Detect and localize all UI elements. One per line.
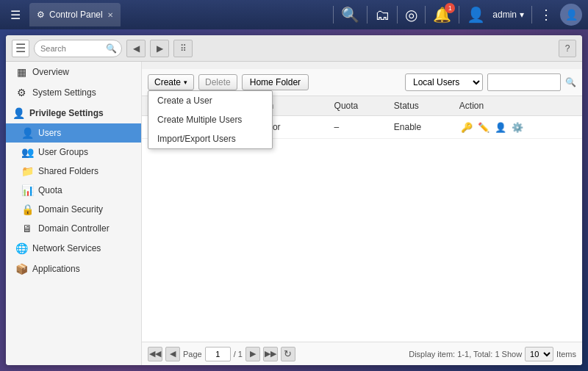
sidebar-item-quota[interactable]: 📊 Quota [6, 181, 141, 200]
main-area: ☰ 🔍 ◀ ▶ ⠿ ? ▦ Overview ⚙ System Setting [0, 29, 588, 371]
delete-button[interactable]: Delete [198, 74, 237, 90]
divider-5 [459, 6, 459, 24]
window-search-box[interactable]: 🔍 [34, 40, 122, 57]
dropdown-import-export-users[interactable]: Import/Export Users [148, 129, 272, 148]
admin-label: admin [492, 10, 517, 20]
create-chevron-icon: ▾ [184, 79, 187, 86]
sidebar-item-users-label: Users [38, 128, 61, 138]
items-label: Items [556, 350, 576, 359]
content-toolbar: Create ▾ Create a User Create Multiple U… [142, 69, 582, 96]
network-services-icon: 🌐 [15, 242, 28, 254]
sidebar-toggle-button[interactable]: ☰ [12, 40, 29, 57]
row-status: Enable [388, 116, 453, 139]
sidebar-item-domain-controller[interactable]: 🖥 Domain Controller [6, 219, 141, 238]
sidebar-item-network-services-label: Network Services [32, 243, 101, 253]
taskbar-more-icon[interactable]: ⋮ [539, 7, 553, 23]
taskbar: ☰ ⚙ Control Panel ✕ 🔍 🗂 ◎ 🔔 1 👤 admin ▾ … [0, 0, 588, 29]
show-items-select[interactable]: 10 25 50 [525, 347, 553, 361]
sidebar-item-overview[interactable]: ▦ Overview [6, 62, 141, 82]
search-taskbar-icon[interactable]: 🔍 [341, 6, 359, 24]
sidebar-item-overview-label: Overview [32, 67, 69, 77]
shared-folders-icon: 📁 [21, 165, 34, 177]
content-footer: ◀◀ ◀ Page / 1 ▶ ▶▶ ↻ Display item: 1-1, … [142, 342, 582, 365]
action-edit-icon[interactable]: ✏️ [476, 120, 491, 134]
dropdown-create-multiple-users[interactable]: Create Multiple Users [148, 110, 272, 129]
user-profile-icon[interactable]: 👤 [467, 6, 485, 24]
domain-security-icon: 🔒 [21, 203, 34, 215]
sidebar-item-system-settings[interactable]: ⚙ System Settings [6, 82, 141, 103]
sidebar-item-user-groups[interactable]: 👥 User Groups [6, 143, 141, 162]
page-total: / 1 [234, 350, 243, 359]
refresh-button[interactable]: ↻ [281, 347, 295, 361]
create-dropdown-menu: Create a User Create Multiple Users Impo… [148, 90, 273, 149]
stack-icon[interactable]: 🗂 [375, 7, 390, 24]
window: ☰ 🔍 ◀ ▶ ⠿ ? ▦ Overview ⚙ System Setting [6, 35, 582, 365]
divider-4 [425, 6, 426, 24]
page-first-button[interactable]: ◀◀ [148, 347, 162, 361]
sidebar-item-applications[interactable]: 📦 Applications [6, 259, 141, 279]
notification-badge: 1 [445, 3, 455, 13]
create-dropdown-wrapper: Create ▾ Create a User Create Multiple U… [148, 74, 194, 90]
sidebar-item-users[interactable]: 👤 Users [6, 123, 141, 143]
circle-icon[interactable]: ◎ [405, 6, 417, 24]
taskbar-right-icons: 🔍 🗂 ◎ 🔔 1 👤 admin ▾ ⋮ 👤 [333, 4, 582, 26]
domain-controller-icon: 🖥 [21, 223, 34, 234]
users-search-icon[interactable]: 🔍 [565, 77, 576, 87]
notification-icon[interactable]: 🔔 1 [433, 6, 451, 24]
users-icon: 👤 [21, 127, 34, 139]
applications-icon: 📦 [15, 263, 28, 275]
local-users-select[interactable]: Local Users Local Groups [405, 73, 483, 91]
nav-forward-button[interactable]: ▶ [150, 40, 169, 57]
tab-close-icon[interactable]: ✕ [107, 11, 113, 19]
system-settings-icon: ⚙ [15, 87, 28, 98]
avatar[interactable]: 👤 [560, 4, 582, 26]
divider-6 [531, 6, 532, 24]
row-actions: 🔑 ✏️ 👤 ⚙️ [453, 116, 582, 139]
tab-label: Control Panel [49, 10, 103, 20]
action-settings-icon[interactable]: ⚙️ [510, 120, 525, 134]
privilege-settings-icon: 👤 [12, 107, 25, 119]
action-key-icon[interactable]: 🔑 [459, 120, 474, 134]
display-item-text: Display item: 1-1, Total: 1 Show [409, 350, 522, 359]
content-area: Create ▾ Create a User Create Multiple U… [142, 62, 582, 365]
dropdown-create-user[interactable]: Create a User [148, 91, 272, 110]
admin-chevron-icon: ▾ [520, 10, 524, 20]
sidebar-item-privilege-settings[interactable]: 👤 Privilege Settings [6, 103, 141, 123]
top-tabs [142, 62, 582, 69]
admin-button[interactable]: admin ▾ [492, 10, 524, 20]
page-last-button[interactable]: ▶▶ [263, 347, 278, 361]
page-prev-button[interactable]: ◀ [165, 347, 180, 361]
page-label: Page [183, 350, 202, 359]
users-search-input[interactable] [487, 73, 561, 91]
help-button[interactable]: ? [559, 40, 576, 57]
page-next-button[interactable]: ▶ [245, 347, 260, 361]
window-search-input[interactable] [40, 44, 103, 53]
divider-2 [367, 6, 368, 24]
divider-3 [397, 6, 398, 24]
divider-1 [333, 6, 334, 24]
quota-icon: 📊 [21, 184, 34, 196]
taskbar-menu-button[interactable]: ☰ [6, 5, 25, 25]
sidebar-item-privilege-settings-label: Privilege Settings [29, 108, 104, 118]
user-groups-icon: 👥 [21, 146, 34, 158]
sidebar-item-domain-controller-label: Domain Controller [38, 223, 110, 234]
sidebar-item-user-groups-label: User Groups [38, 147, 88, 157]
window-body: ▦ Overview ⚙ System Settings 👤 Privilege… [6, 62, 582, 365]
sidebar-item-domain-security[interactable]: 🔒 Domain Security [6, 200, 141, 219]
sidebar-item-network-services[interactable]: 🌐 Network Services [6, 238, 141, 259]
create-button[interactable]: Create ▾ [148, 74, 194, 90]
sidebar-item-quota-label: Quota [38, 185, 62, 195]
control-panel-tab[interactable]: ⚙ Control Panel ✕ [29, 3, 121, 26]
col-status-header: Status [388, 96, 453, 116]
window-search-icon: 🔍 [106, 43, 117, 54]
home-folder-button[interactable]: Home Folder [242, 74, 309, 90]
sidebar-item-shared-folders[interactable]: 📁 Shared Folders [6, 162, 141, 181]
page-number-input[interactable] [205, 347, 231, 361]
action-person-icon[interactable]: 👤 [493, 120, 508, 134]
col-action-header: Action [453, 96, 582, 116]
grid-view-button[interactable]: ⠿ [173, 40, 193, 57]
row-quota: – [329, 116, 388, 139]
sidebar: ▦ Overview ⚙ System Settings 👤 Privilege… [6, 62, 142, 365]
sidebar-item-shared-folders-label: Shared Folders [38, 166, 98, 176]
nav-back-button[interactable]: ◀ [126, 40, 146, 57]
